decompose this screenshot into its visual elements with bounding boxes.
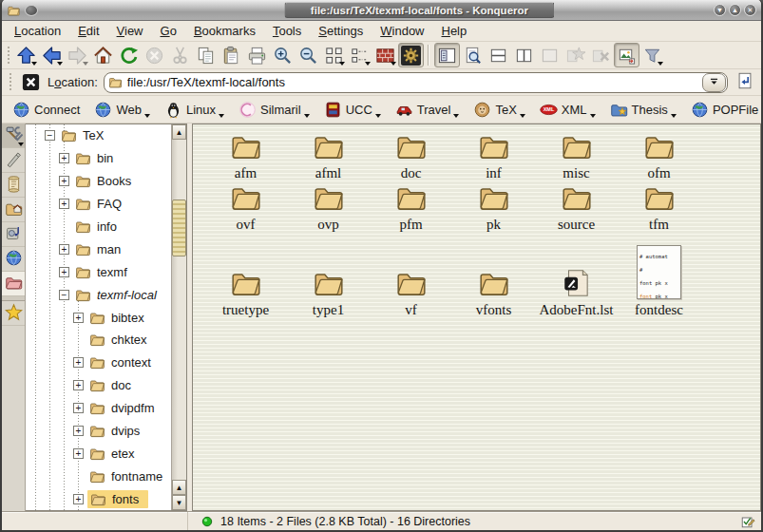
folder-item-misc[interactable]: misc [535,130,618,181]
expand-icon[interactable] [73,357,84,368]
remove-view-button[interactable] [537,43,563,67]
maximize-button[interactable]: ▲ [729,4,741,16]
scroll-up-button-2[interactable]: ▲ [172,480,186,495]
location-input[interactable] [127,75,702,89]
zoom-in-button[interactable] [270,43,296,67]
file-item-adobefnt[interactable]: AdobeFnt.lst [535,267,618,318]
tree-item-chktex[interactable]: chktex [26,329,171,352]
menu-location[interactable]: Location [6,22,69,40]
bookmark-travel[interactable]: Travel [391,99,464,121]
folder-item-source[interactable]: source [535,181,618,233]
zoom-out-button[interactable] [296,43,321,67]
folder-item-ovf[interactable]: ovf [204,181,287,233]
reload-button[interactable] [116,43,142,67]
find-button[interactable] [460,43,486,67]
tree-item-tex[interactable]: TeX [26,124,171,147]
view-settings-icon[interactable] [740,514,755,529]
sidebar-tab-pen[interactable] [2,148,25,173]
expand-icon[interactable] [73,448,84,459]
expand-icon[interactable] [73,494,84,504]
gear-button[interactable] [398,43,424,67]
folder-item-type1[interactable]: type1 [287,267,370,318]
tree-item-faq[interactable]: FAQ [26,193,171,216]
sidebar-tab-history[interactable] [2,173,25,198]
folder-item-vfonts[interactable]: vfonts [452,267,535,318]
expand-icon[interactable] [73,426,84,436]
bookmark-connect[interactable]: Connect [9,99,84,121]
sidebar-tab-bookmarks[interactable] [2,301,25,326]
tree-item-texmf[interactable]: texmf [26,260,171,283]
stop-button[interactable] [142,43,167,67]
expand-icon[interactable] [59,199,69,209]
expand-icon[interactable] [59,244,69,255]
expand-icon[interactable] [59,153,69,163]
bookmark-xml[interactable]: XMLXML [536,99,600,121]
split-left-right-button[interactable] [511,43,537,67]
menu-bookmarks[interactable]: Bookmarks [185,22,264,40]
close-button[interactable]: ✕ [744,4,756,16]
bookmark-thesis[interactable]: Thesis [606,99,680,121]
go-button[interactable] [732,70,757,94]
clear-location-button[interactable] [19,71,42,94]
menu-edit[interactable]: Edit [69,22,107,40]
bookmark-web[interactable]: Web [90,99,154,121]
folder-item-afml[interactable]: afml [287,130,370,181]
tree-item-context[interactable]: context [26,352,171,374]
tree-item-bibtex[interactable]: bibtex [26,306,171,329]
tree-item-bin[interactable]: bin [26,147,171,170]
bricks-button[interactable] [372,43,398,67]
folder-item-tfm[interactable]: tfm [618,181,700,233]
tree-item-books[interactable]: Books [26,170,171,193]
folder-item-truetype[interactable]: truetype [204,267,287,318]
cut-button[interactable] [167,43,193,67]
image-preview-button[interactable] [614,43,639,67]
menu-go[interactable]: Go [152,22,185,40]
new-tab-button[interactable] [563,43,588,67]
expand-icon[interactable] [59,267,69,277]
location-dropdown-button[interactable] [702,73,726,92]
folder-item-vf[interactable]: vf [370,267,452,318]
tree-item-dvips[interactable]: dvips [26,420,171,443]
menu-tools[interactable]: Tools [264,22,310,40]
tree-item-fonts[interactable]: fonts [26,487,171,510]
folder-item-afm[interactable]: afm [204,130,287,181]
bookmark-silmaril[interactable]: Silmaril [235,99,314,121]
location-toolbar-grip[interactable] [7,71,13,93]
folder-item-ofm[interactable]: ofm [618,130,700,181]
sidebar-configure-button[interactable] [2,124,25,148]
tree-item-dvipdfm[interactable]: dvipdfm [26,397,171,420]
bookmark-popfile[interactable]: POPFile [687,99,762,121]
collapse-icon[interactable] [59,290,69,300]
up-button[interactable] [13,43,39,67]
back-button[interactable] [39,43,65,67]
scrollbar-track[interactable] [172,140,186,480]
paste-button[interactable] [219,43,244,67]
toolbar-grip[interactable] [5,44,11,66]
folder-view[interactable]: afm afml doc inf misc ofm ovf ovp pfm pk… [192,124,761,511]
menu-help[interactable]: Help [433,22,476,40]
filter-button[interactable] [639,43,665,67]
sidebar-tab-services[interactable] [2,222,25,247]
tree-scrollbar[interactable]: ▲ ▲ ▼ [171,124,186,510]
print-button[interactable] [244,43,270,67]
scrollbar-thumb[interactable] [172,200,186,256]
sidebar-tab-home[interactable] [2,198,25,222]
forward-button[interactable] [65,43,90,67]
minimize-button[interactable]: ▼ [714,4,726,16]
location-combobox[interactable] [104,72,728,93]
folder-item-pk[interactable]: pk [452,181,535,233]
menu-window[interactable]: Window [372,22,432,40]
sticky-button[interactable] [25,5,38,16]
titlebar[interactable]: file:/usr/TeX/texmf-local/fonts - Konque… [2,0,761,21]
sidebar-toggle-button[interactable] [434,43,460,67]
tree-item-texmf-local[interactable]: texmf-local [26,283,171,306]
expand-icon[interactable] [73,313,84,323]
sidebar-tab-network[interactable] [2,247,25,272]
expand-icon[interactable] [73,380,84,390]
expand-icon[interactable] [59,176,69,186]
folder-item-doc[interactable]: doc [370,130,452,181]
bookmark-ucc[interactable]: UCC [320,99,385,121]
folder-item-pfm[interactable]: pfm [370,181,452,233]
expand-icon[interactable] [73,403,84,413]
split-top-bottom-button[interactable] [486,43,511,67]
